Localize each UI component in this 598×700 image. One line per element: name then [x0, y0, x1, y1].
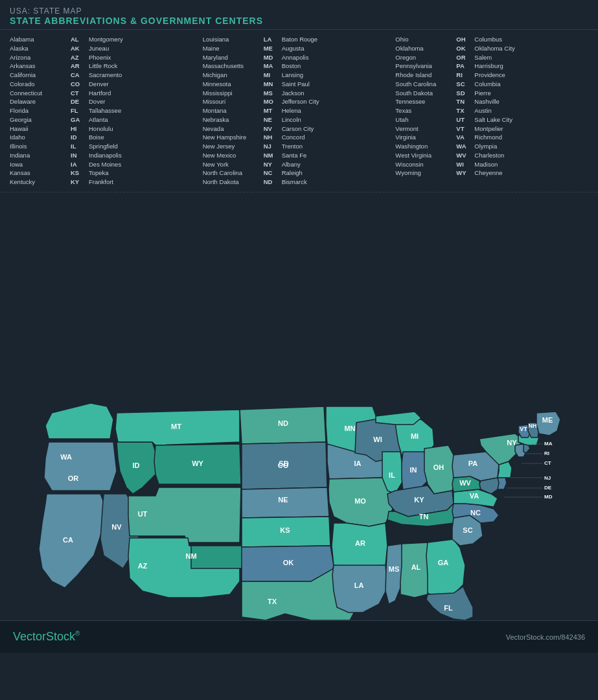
svg-text:OH: OH [433, 463, 444, 471]
state-code: TX [456, 106, 472, 115]
state-capital: Bismarck [282, 178, 307, 187]
state-capital: Springfield [89, 142, 118, 151]
state-code: AR [71, 62, 86, 71]
state-name: Alaska [10, 44, 68, 53]
state-name: Texas [395, 106, 454, 115]
state-name: Nevada [203, 124, 261, 134]
footer-url: VectorStock.com/842436 [506, 633, 585, 641]
state-code: MO [264, 97, 279, 106]
abbr-row: New York NY Albany [203, 160, 396, 169]
abbr-row: Ohio OH Columbus [395, 35, 588, 44]
state-capital: Boise [89, 133, 104, 142]
state-code: CT [71, 89, 86, 98]
abbr-row: Alabama AL Montgomery [10, 35, 203, 44]
abbr-row: Missouri MO Jefferson City [203, 97, 396, 106]
state-code: WV [456, 151, 472, 160]
state-capital: Carson City [282, 124, 314, 134]
abbr-row: Tennessee TN Nashville [395, 97, 588, 106]
state-code: MD [264, 53, 279, 62]
state-capital: Lansing [282, 71, 303, 80]
state-name: Rhode Island [395, 71, 454, 80]
state-capital: Dover [89, 97, 105, 106]
state-capital: Atlanta [89, 115, 108, 124]
state-capital: Harrisburg [474, 62, 503, 71]
footer-logo: VectorStock® [13, 630, 80, 644]
abbr-row: Illinois IL Springfield [10, 142, 203, 151]
state-capital: Nashville [474, 97, 500, 106]
abbr-row: Nebraska NE Lincoln [203, 115, 396, 124]
abbr-row: Oregon OR Salem [395, 53, 588, 62]
state-capital: Raleigh [282, 169, 303, 178]
svg-text:WA: WA [60, 453, 72, 461]
state-capital: Lincoln [282, 115, 301, 124]
state-name: Missouri [203, 97, 261, 106]
svg-text:TX: TX [268, 598, 277, 605]
state-capital: Jackson [282, 89, 305, 98]
state-code: ND [264, 178, 279, 187]
abbr-row: Minnesota MN Saint Paul [203, 80, 396, 89]
state-capital: Annapolis [282, 53, 309, 62]
abbr-row: Connecticut CT Hartford [10, 89, 203, 98]
state-code: NC [264, 169, 279, 178]
state-code: IN [71, 151, 86, 160]
abbr-row: Texas TX Austin [395, 106, 588, 115]
svg-text:IL: IL [389, 471, 395, 479]
state-capital: Montgomery [89, 35, 123, 44]
abbr-row: Virginia VA Richmond [395, 133, 588, 142]
svg-text:IN: IN [410, 466, 417, 474]
abbr-row: Hawaii HI Honolulu [10, 124, 203, 134]
abbr-row: Arizona AZ Phoenix [10, 53, 203, 62]
svg-text:MA: MA [544, 441, 553, 447]
svg-text:KY: KY [414, 496, 424, 504]
abbr-row: Arkansas AR Little Rock [10, 62, 203, 71]
svg-text:AZ: AZ [138, 562, 148, 570]
abbr-row: New Mexico NM Santa Fe [203, 151, 396, 160]
svg-text:DE: DE [544, 485, 552, 491]
state-code: CO [71, 80, 86, 89]
state-capital: Concord [282, 133, 305, 142]
state-capital: Salem [474, 53, 492, 62]
state-capital: Oklahoma City [474, 44, 514, 53]
abbr-row: Michigan MI Lansing [203, 71, 396, 80]
state-code: VT [456, 124, 472, 134]
state-capital: Hartford [89, 89, 111, 98]
svg-text:LA: LA [354, 581, 364, 589]
state-capital: Juneau [89, 44, 109, 53]
state-name: Maine [203, 44, 261, 53]
state-name: Alabama [10, 35, 68, 44]
abbr-row: Colorado CO Denver [10, 80, 203, 89]
state-code: WA [456, 142, 472, 151]
state-name: Wisconsin [395, 160, 454, 169]
state-code: SD [456, 89, 472, 98]
state-code: MN [264, 80, 279, 89]
state-name: Montana [203, 106, 261, 115]
svg-text:NY: NY [507, 439, 517, 447]
state-name: Washington [395, 142, 454, 151]
state-code: TN [456, 97, 472, 106]
abbr-row: North Carolina NC Raleigh [203, 169, 396, 178]
state-name: Hawaii [10, 124, 68, 134]
abbr-row: South Carolina SC Columbia [395, 80, 588, 89]
state-name: Maryland [203, 53, 261, 62]
svg-text:WI: WI [373, 436, 382, 443]
state-capital: Olympia [474, 142, 497, 151]
state-capital: Columbus [474, 35, 502, 44]
state-capital: Richmond [474, 133, 502, 142]
state-capital: Trenton [282, 142, 303, 151]
state-capital: Topeka [89, 169, 109, 178]
state-name: Utah [395, 115, 454, 124]
svg-text:MD: MD [544, 494, 553, 500]
state-name: Tennessee [395, 97, 454, 106]
state-name: Georgia [10, 115, 68, 124]
svg-text:PA: PA [468, 460, 478, 467]
state-name: Oregon [395, 53, 454, 62]
state-code: PA [456, 62, 472, 71]
state-code: ID [71, 133, 86, 142]
abbr-row: Alaska AK Juneau [10, 44, 203, 53]
state-code: RI [456, 71, 472, 80]
state-name: Wyoming [395, 169, 454, 178]
abbr-row: Maine ME Augusta [203, 44, 396, 53]
state-capital: Phoenix [89, 53, 111, 62]
abbr-row: Louisiana LA Baton Rouge [203, 35, 396, 44]
state-code: AL [71, 35, 86, 44]
